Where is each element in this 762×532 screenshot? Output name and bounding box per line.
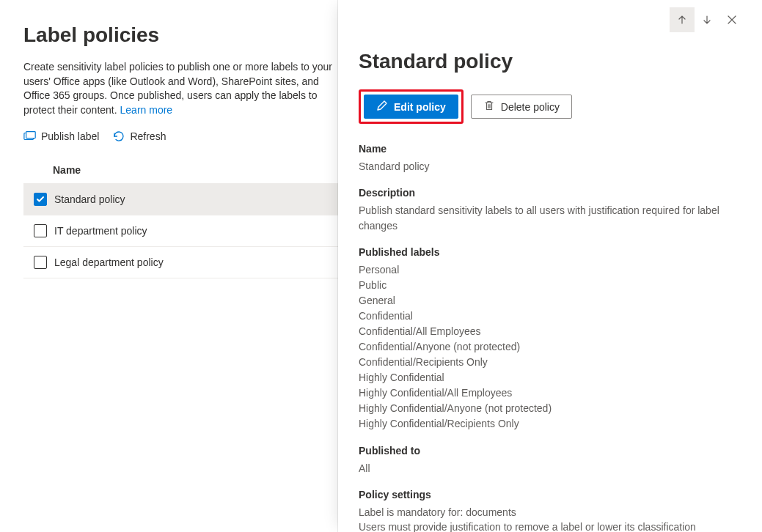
published-to-heading: Published to [359, 445, 744, 457]
published-label-item: Public [359, 278, 744, 293]
refresh-icon [112, 130, 125, 142]
published-label-item: Highly Confidential [359, 370, 744, 385]
section-name: Name Standard policy [359, 143, 744, 174]
section-published-to: Published to All [359, 445, 744, 476]
edit-policy-button[interactable]: Edit policy [364, 95, 458, 119]
details-panel: Standard policy Edit policy Delete polic… [338, 0, 762, 532]
refresh-text: Refresh [130, 130, 166, 142]
trash-icon [483, 100, 495, 114]
row-checkbox[interactable] [34, 256, 47, 269]
table-header-name[interactable]: Name [23, 157, 345, 184]
left-panel: Label policies Create sensitivity label … [0, 0, 345, 532]
description-heading: Description [359, 187, 744, 199]
published-label-item: Personal [359, 262, 744, 278]
published-label-item: General [359, 293, 744, 309]
edit-icon [376, 100, 388, 114]
labels-list: PersonalPublicGeneralConfidentialConfide… [359, 262, 744, 432]
close-button[interactable] [719, 7, 744, 32]
published-label-item: Confidential/All Employees [359, 324, 744, 339]
learn-more-link[interactable]: Learn more [120, 104, 173, 116]
page-title: Label policies [23, 23, 345, 47]
row-checkbox[interactable] [34, 193, 47, 206]
published-label-item: Highly Confidential/Recipients Only [359, 416, 744, 432]
edit-button-highlight: Edit policy [359, 89, 464, 124]
row-label: Legal department policy [54, 256, 164, 268]
policy-setting-item: Label is mandatory for: documents [359, 505, 744, 520]
published-label-item: Highly Confidential/All Employees [359, 385, 744, 401]
publish-icon [23, 130, 37, 142]
row-label: IT department policy [54, 225, 147, 237]
row-checkbox[interactable] [34, 224, 47, 237]
edit-button-label: Edit policy [394, 101, 446, 113]
published-label-item: Confidential [359, 309, 744, 324]
table-row[interactable]: IT department policy [23, 215, 345, 247]
arrow-up-button[interactable] [670, 7, 695, 32]
settings-heading: Policy settings [359, 489, 744, 500]
labels-heading: Published labels [359, 246, 744, 258]
delete-policy-button[interactable]: Delete policy [471, 95, 572, 119]
published-label-item: Confidential/Anyone (not protected) [359, 339, 744, 355]
published-label-item: Confidential/Recipients Only [359, 355, 744, 370]
section-policy-settings: Policy settings Label is mandatory for: … [359, 489, 744, 532]
row-label: Standard policy [54, 193, 125, 205]
policy-setting-item: Users must provide justification to remo… [359, 520, 744, 532]
name-heading: Name [359, 143, 744, 155]
svg-rect-1 [26, 132, 36, 138]
published-label-item: Highly Confidential/Anyone (not protecte… [359, 401, 744, 416]
section-description: Description Publish standard sensitivity… [359, 187, 744, 233]
section-published-labels: Published labels PersonalPublicGeneralCo… [359, 246, 744, 432]
panel-title: Standard policy [359, 50, 744, 73]
table-row[interactable]: Standard policy [23, 184, 345, 215]
publish-label-button[interactable]: Publish label [23, 130, 99, 142]
panel-topbar [359, 0, 744, 32]
policy-list: Standard policyIT department policyLegal… [23, 184, 345, 278]
description-value: Publish standard sensitivity labels to a… [359, 203, 744, 233]
arrow-down-button[interactable] [695, 7, 719, 32]
toolbar: Publish label Refresh [23, 130, 345, 142]
refresh-button[interactable]: Refresh [112, 130, 166, 142]
delete-button-label: Delete policy [501, 101, 560, 113]
page-description-text: Create sensitivity label policies to pub… [23, 61, 332, 116]
action-row: Edit policy Delete policy [359, 89, 744, 124]
publish-label-text: Publish label [41, 130, 99, 142]
published-to-value: All [359, 461, 744, 476]
name-value: Standard policy [359, 159, 744, 174]
page-description: Create sensitivity label policies to pub… [23, 60, 345, 117]
settings-list: Label is mandatory for: documentsUsers m… [359, 505, 744, 532]
table-row[interactable]: Legal department policy [23, 247, 345, 278]
